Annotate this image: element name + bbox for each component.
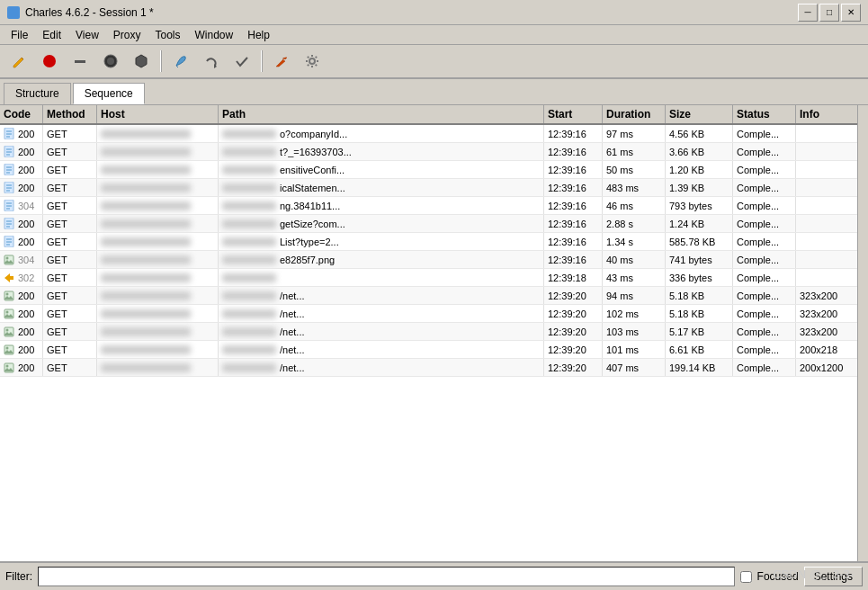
table-row[interactable]: 200 GET /net... 12:39:20 94 ms 5.18 KB C… [0,287,868,305]
cell-path: t?_=16393703... [219,143,544,160]
breakpoint-button[interactable] [128,49,155,74]
cell-status: Comple... [733,197,796,214]
svg-point-58 [6,364,9,367]
svg-point-50 [6,292,9,295]
row-icon [4,273,14,283]
table-row[interactable]: 200 GET /net... 12:39:20 102 ms 5.18 KB … [0,305,868,323]
menu-file[interactable]: File [4,27,35,43]
record-button[interactable] [36,49,63,74]
cell-duration: 97 ms [603,125,666,142]
cell-duration: 61 ms [603,143,666,160]
cell-status: Comple... [733,359,796,376]
gear-icon [304,53,320,69]
table-row[interactable]: 200 GET icalStatemen... 12:39:16 483 ms … [0,179,868,197]
menu-edit[interactable]: Edit [35,27,68,43]
app-icon [7,6,20,19]
svg-line-17 [308,65,309,66]
table-row[interactable]: 304 GET e8285f7.png 12:39:16 40 ms 741 b… [0,251,868,269]
cell-method: GET [43,179,97,196]
row-icon [4,146,14,157]
cell-size: 4.56 KB [666,125,733,142]
menu-proxy[interactable]: Proxy [106,27,148,43]
menu-view[interactable]: View [68,27,106,43]
cell-code: 304 [0,197,43,214]
focused-checkbox[interactable] [740,571,752,583]
cell-path [219,269,544,286]
cell-status: Comple... [733,287,796,304]
cell-host [97,305,219,322]
new-session-button[interactable] [5,49,32,74]
settings-toolbar-button[interactable] [299,49,326,74]
cell-path: e8285f7.png [219,251,544,268]
header-size: Size [666,105,733,123]
table-row[interactable]: 304 GET ng.3841b11... 12:39:16 46 ms 793… [0,197,868,215]
filter-input[interactable] [38,567,735,586]
table-row[interactable]: 200 GET getSize?com... 12:39:16 2.88 s 1… [0,215,868,233]
close-button[interactable]: ✕ [841,4,861,22]
svg-marker-48 [4,273,13,282]
table-row[interactable]: 200 GET /net... 12:39:20 103 ms 5.17 KB … [0,323,868,341]
cell-size: 585.78 KB [666,233,733,250]
cell-size: 199.14 KB [666,359,733,376]
tools-button[interactable] [268,49,295,74]
cell-path: /net... [219,305,544,322]
cell-host [97,251,219,268]
cell-host [97,215,219,232]
toolbar-separator-1 [160,50,162,72]
cell-size: 6.61 KB [666,341,733,358]
header-status: Status [733,105,796,123]
cell-status: Comple... [733,179,796,196]
menu-help[interactable]: Help [240,27,277,43]
toolbar [0,45,868,79]
cell-status: Comple... [733,251,796,268]
cell-start: 12:39:18 [544,269,603,286]
row-icon [4,362,14,373]
cell-host [97,143,219,160]
svg-point-2 [43,55,56,67]
repeat-button[interactable] [198,49,225,74]
cell-method: GET [43,125,97,142]
filter-label: Filter: [5,570,32,583]
cell-method: GET [43,359,97,376]
menu-window[interactable]: Window [188,27,241,43]
table-row[interactable]: 200 GET /net... 12:39:20 101 ms 6.61 KB … [0,341,868,359]
validate-icon [234,53,250,69]
cell-code: 200 [0,359,43,376]
cell-path: List?type=2... [219,233,544,250]
menu-tools[interactable]: Tools [148,27,188,43]
tab-sequence[interactable]: Sequence [73,83,145,104]
cell-code: 304 [0,251,43,268]
table-row[interactable]: 200 GET /net... 12:39:20 407 ms 199.14 K… [0,359,868,377]
cell-duration: 103 ms [603,323,666,340]
maximize-button[interactable]: □ [819,4,839,22]
throttle-button[interactable] [97,49,124,74]
stop-button[interactable] [67,49,94,74]
table-row[interactable]: 200 GET o?companyId... 12:39:16 97 ms 4.… [0,125,868,143]
cell-code: 200 [0,161,43,178]
cell-path: o?companyId... [219,125,544,142]
compose-icon [173,53,189,69]
scrollbar[interactable] [857,105,868,561]
cell-host [97,161,219,178]
tab-structure[interactable]: Structure [4,83,71,104]
cell-status: Comple... [733,305,796,322]
cell-method: GET [43,215,97,232]
svg-marker-0 [13,58,23,67]
cell-duration: 1.34 s [603,233,666,250]
cell-size: 793 bytes [666,197,733,214]
table-row[interactable]: 200 GET ensitiveConfi... 12:39:16 50 ms … [0,161,868,179]
svg-point-5 [107,58,114,65]
cell-start: 12:39:16 [544,161,603,178]
minimize-button[interactable]: ─ [798,4,818,22]
cell-size: 5.18 KB [666,287,733,304]
table-row[interactable]: 200 GET t?_=16393703... 12:39:16 61 ms 3… [0,143,868,161]
table-row[interactable]: 200 GET List?type=2... 12:39:16 1.34 s 5… [0,233,868,251]
request-table: Code Method Host Path Start Duration Siz… [0,105,868,561]
main-tabs: Structure Sequence [0,79,868,105]
compose-button[interactable] [167,49,194,74]
table-row[interactable]: 302 GET 12:39:18 43 ms 336 bytes Comple.… [0,269,868,287]
table-header: Code Method Host Path Start Duration Siz… [0,105,868,125]
window-controls[interactable]: ─ □ ✕ [798,4,861,22]
cell-code: 200 [0,125,43,142]
validate-button[interactable] [228,49,255,74]
